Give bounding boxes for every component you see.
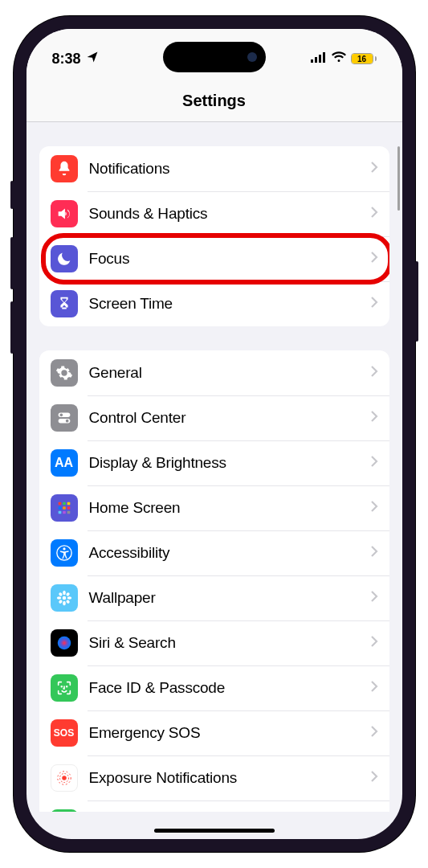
siri-icon xyxy=(51,629,78,657)
row-label: Notifications xyxy=(89,160,370,178)
svg-point-22 xyxy=(56,596,61,600)
bell-icon xyxy=(51,155,78,182)
power-button xyxy=(415,261,418,342)
location-icon xyxy=(86,51,99,68)
page-title: Settings xyxy=(26,92,402,110)
row-label: General xyxy=(89,364,370,382)
row-focus[interactable]: Focus xyxy=(39,236,389,281)
camera-dot xyxy=(247,52,257,62)
svg-point-23 xyxy=(67,596,71,600)
grid-icon xyxy=(51,494,78,522)
chevron-right-icon xyxy=(370,635,378,651)
svg-point-24 xyxy=(58,592,63,596)
cellular-icon xyxy=(311,51,327,66)
status-time: 8:38 xyxy=(52,51,81,68)
row-label: Wallpaper xyxy=(89,589,370,607)
chevron-right-icon xyxy=(370,251,378,267)
svg-point-19 xyxy=(62,596,66,600)
battery-icon xyxy=(51,809,78,812)
face-id-icon xyxy=(51,674,78,702)
svg-rect-14 xyxy=(58,511,61,514)
chevron-right-icon xyxy=(370,161,378,177)
volume-up-button xyxy=(10,237,14,289)
svg-point-31 xyxy=(62,776,67,780)
row-screen-time[interactable]: Screen Time xyxy=(39,281,389,326)
svg-point-30 xyxy=(66,686,67,687)
accessibility-icon xyxy=(51,539,78,567)
svg-point-29 xyxy=(61,686,62,687)
svg-rect-8 xyxy=(58,502,61,506)
row-battery[interactable]: Battery xyxy=(39,800,389,812)
nav-bar: Settings xyxy=(26,77,402,122)
battery-indicator: 16 xyxy=(351,53,377,64)
dynamic-island xyxy=(163,42,266,72)
row-label: Accessibility xyxy=(89,544,370,562)
row-label: Emergency SOS xyxy=(89,724,370,742)
svg-point-6 xyxy=(59,414,63,417)
svg-rect-12 xyxy=(63,506,66,510)
svg-point-21 xyxy=(63,601,66,606)
sos-icon: SOS xyxy=(51,719,78,747)
row-accessibility[interactable]: Accessibility xyxy=(39,530,389,575)
row-sounds-haptics[interactable]: Sounds & Haptics xyxy=(39,191,389,236)
row-wallpaper[interactable]: Wallpaper xyxy=(39,575,389,620)
svg-point-20 xyxy=(63,591,66,596)
chevron-right-icon xyxy=(370,590,378,606)
row-siri-search[interactable]: Siri & Search xyxy=(39,620,389,665)
row-label: Focus xyxy=(89,250,370,268)
svg-point-26 xyxy=(58,600,63,604)
svg-rect-10 xyxy=(67,502,70,506)
svg-rect-1 xyxy=(315,57,317,63)
row-label: Screen Time xyxy=(89,295,370,313)
row-label: Face ID & Passcode xyxy=(89,679,370,697)
home-indicator[interactable] xyxy=(154,829,275,833)
flower-icon xyxy=(51,584,78,612)
gear-icon xyxy=(51,359,78,387)
settings-group-general: General Control Center AA Display & Brig… xyxy=(39,350,389,812)
row-control-center[interactable]: Control Center xyxy=(39,395,389,440)
row-label: Exposure Notifications xyxy=(89,769,370,787)
row-home-screen[interactable]: Home Screen xyxy=(39,485,389,530)
row-label: Display & Brightness xyxy=(89,454,370,472)
row-emergency-sos[interactable]: SOS Emergency SOS xyxy=(39,710,389,755)
svg-point-18 xyxy=(63,547,65,550)
svg-rect-2 xyxy=(319,55,321,63)
svg-point-28 xyxy=(57,637,71,650)
row-face-id-passcode[interactable]: Face ID & Passcode xyxy=(39,665,389,710)
moon-icon xyxy=(51,245,78,272)
chevron-right-icon xyxy=(370,500,378,516)
speaker-icon xyxy=(51,200,78,227)
hourglass-icon xyxy=(51,290,78,317)
settings-list[interactable]: Notifications Sounds & Haptics Focus Sc xyxy=(26,122,402,812)
scroll-indicator[interactable] xyxy=(397,146,400,211)
row-display-brightness[interactable]: AA Display & Brightness xyxy=(39,440,389,485)
row-exposure-notifications[interactable]: Exposure Notifications xyxy=(39,755,389,800)
svg-rect-3 xyxy=(323,52,325,63)
toggles-icon xyxy=(51,404,78,432)
phone-frame: 8:38 16 Settings Notifications xyxy=(14,16,415,852)
wifi-icon xyxy=(332,51,346,66)
row-label: Sounds & Haptics xyxy=(89,205,370,223)
row-label: Siri & Search xyxy=(89,634,370,652)
chevron-right-icon xyxy=(370,725,378,741)
svg-rect-11 xyxy=(58,506,61,510)
chevron-right-icon xyxy=(370,365,378,381)
row-general[interactable]: General xyxy=(39,350,389,395)
chevron-right-icon xyxy=(370,680,378,696)
row-notifications[interactable]: Notifications xyxy=(39,146,389,191)
chevron-right-icon xyxy=(370,545,378,561)
svg-rect-15 xyxy=(63,511,66,514)
chevron-right-icon xyxy=(370,296,378,312)
row-label: Control Center xyxy=(89,409,370,427)
screen: 8:38 16 Settings Notifications xyxy=(26,29,402,839)
svg-point-27 xyxy=(65,600,70,604)
row-label: Home Screen xyxy=(89,499,370,517)
svg-point-7 xyxy=(65,420,68,423)
volume-down-button xyxy=(10,301,14,354)
exposure-icon xyxy=(51,764,78,792)
svg-rect-16 xyxy=(67,511,70,514)
svg-rect-0 xyxy=(311,59,313,63)
chevron-right-icon xyxy=(370,770,378,786)
svg-rect-9 xyxy=(63,502,66,506)
svg-point-25 xyxy=(65,592,70,596)
